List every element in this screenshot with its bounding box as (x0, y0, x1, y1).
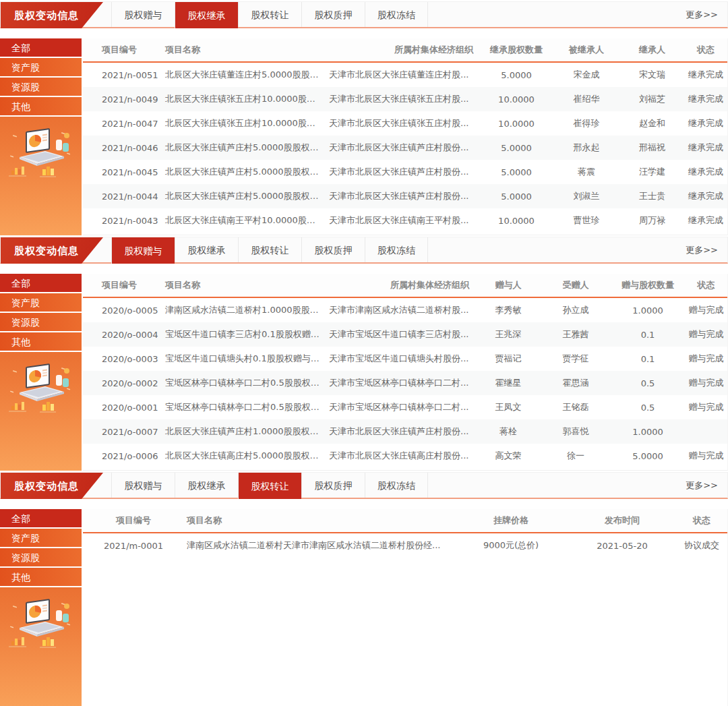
table-row[interactable]: 2021/n-0049北辰区大张庄镇张五庄村10.0000股股权继...天津市北… (83, 87, 727, 111)
column-header: 所属村集体经济组织 (326, 44, 480, 56)
sidebar-item-other[interactable]: 其他 (0, 568, 82, 587)
cell: 继承完成 (684, 214, 727, 227)
cell: 北辰区大张庄镇董连庄村5.0000股股权继... (162, 69, 326, 81)
cell: 2021/n-0049 (83, 94, 162, 105)
cell: 继承完成 (684, 117, 727, 129)
column-header: 赠与股权数量 (611, 279, 685, 291)
tab-equity-gift[interactable]: 股权赠与 (111, 2, 175, 27)
tab-equity-gift[interactable]: 股权赠与 (111, 473, 175, 498)
column-header: 所属村集体经济组织 (326, 279, 476, 291)
cell: 2021/n-0045 (83, 167, 162, 177)
cell: 5.0000 (611, 451, 685, 461)
sidebar-item-asset-shares[interactable]: 资产股 (0, 529, 82, 548)
tab-equity-transfer[interactable]: 股权转让 (238, 2, 301, 27)
more-link[interactable]: 更多>> (686, 244, 727, 256)
section-equity-inheritance: 股权变动信息 股权赠与股权继承股权转让股权质押股权冻结 更多>> 全部资产股资源… (0, 1, 728, 235)
table-row[interactable]: 2021/o-0006北辰区大张庄镇高庄村5.0000股股权赠与...天津市北辰… (83, 444, 727, 468)
sidebar-item-other[interactable]: 其他 (0, 332, 82, 352)
sidebar-item-resource-shares[interactable]: 资源股 (0, 78, 82, 97)
cell: 2020/o-0001 (83, 403, 162, 413)
cell: 0.1 (611, 354, 685, 364)
cell: 2021/o-0006 (83, 451, 162, 461)
table-row[interactable]: 2021/n-0045北辰区大张庄镇芦庄村5.0000股股权继承...天津市北辰… (83, 160, 727, 184)
column-header: 项目编号 (83, 44, 162, 56)
more-link[interactable]: 更多>> (686, 9, 727, 21)
sidebar-item-other[interactable]: 其他 (0, 97, 82, 117)
tab-bar: 股权变动信息 股权赠与股权继承股权转让股权质押股权冻结 更多>> (0, 472, 728, 499)
table-row[interactable]: 2020/o-0005津南区咸水沽镇二道桥村1.0000股股权赠...天津市津南… (83, 298, 727, 322)
tab-equity-pledge[interactable]: 股权质押 (301, 237, 365, 262)
cell: 宝坻区林亭口镇林亭口二村0.5股股权赠与... (162, 377, 326, 389)
sidebar-item-resource-shares[interactable]: 资源股 (0, 313, 82, 332)
cell: 邢福祝 (620, 142, 684, 154)
cell: 继承完成 (684, 93, 727, 105)
table-row[interactable]: 2021/n-0046北辰区大张庄镇芦庄村5.0000股股权继承...天津市北辰… (83, 136, 727, 160)
table-row[interactable]: 2021/n-0051北辰区大张庄镇董连庄村5.0000股股权继...天津市北辰… (83, 63, 727, 87)
table-body: 2021/m-0001津南区咸水沽镇二道桥村天津市津南区咸水沽镇二道桥村股份经.… (83, 533, 727, 558)
laptop-chart-illustration (7, 361, 75, 418)
tab-equity-inheritance[interactable]: 股权继承 (175, 2, 238, 28)
table-row[interactable]: 2021/n-0044北辰区大张庄镇芦庄村5.0000股股权继承...天津市北辰… (83, 184, 727, 208)
table-row[interactable]: 2021/n-0047北辰区大张庄镇张五庄村10.0000股股权继...天津市北… (83, 111, 727, 136)
section-ribbon: 股权变动信息 (1, 2, 103, 28)
table-row[interactable]: 2020/o-0003宝坻区牛道口镇塘头村0.1股股权赠与项目天津市宝坻区牛道口… (83, 347, 727, 371)
section-equity-gift: 股权变动信息 股权赠与股权继承股权转让股权质押股权冻结 更多>> 全部资产股资源… (0, 237, 728, 471)
section-title: 股权变动信息 (14, 245, 79, 257)
table-row[interactable]: 2020/o-0004宝坻区牛道口镇李三店村0.1股股权赠与项目天津市宝坻区牛道… (83, 322, 727, 347)
column-header: 继承股权数量 (480, 44, 553, 56)
cell: 5.0000 (480, 167, 553, 177)
cell: 2021/m-0001 (83, 541, 184, 551)
tab-equity-transfer[interactable]: 股权转让 (238, 237, 301, 262)
tab-equity-freeze[interactable]: 股权冻结 (365, 237, 428, 262)
cell: 天津市北辰区大张庄镇张五庄村股... (326, 93, 480, 105)
cell: 2021/n-0046 (83, 143, 162, 153)
cell: 宋金成 (553, 69, 620, 81)
tab-equity-freeze[interactable]: 股权冻结 (365, 2, 428, 27)
laptop-chart-illustration (7, 597, 75, 653)
tab-equity-inheritance[interactable]: 股权继承 (175, 473, 238, 498)
column-header: 状态 (676, 514, 727, 527)
cell: 王雅茜 (541, 328, 611, 341)
sidebar-item-asset-shares[interactable]: 资产股 (0, 58, 82, 78)
sidebar-item-resource-shares[interactable]: 资源股 (0, 548, 82, 568)
cell: 天津市北辰区大张庄镇芦庄村股份... (326, 425, 476, 438)
tab-equity-transfer[interactable]: 股权转让 (238, 473, 301, 499)
sidebar-item-all[interactable]: 全部 (0, 509, 82, 529)
sidebar-item-all[interactable]: 全部 (0, 274, 82, 293)
table-row[interactable]: 2021/o-0007北辰区大张庄镇芦庄村1.0000股股权赠与...天津市北辰… (83, 419, 727, 444)
tab-equity-freeze[interactable]: 股权冻结 (365, 473, 428, 498)
cell: 宝坻区林亭口镇林亭口二村0.5股股权赠与... (162, 401, 326, 413)
data-table: 项目编号项目名称所属村集体经济组织继承股权数量被继承人继承人状态 2021/n-… (83, 38, 728, 235)
cell: 天津市北辰区大张庄镇董连庄村股... (326, 69, 480, 81)
sidebar-item-asset-shares[interactable]: 资产股 (0, 293, 82, 313)
cell: 高文荣 (476, 450, 541, 462)
section-content: 全部资产股资源股其他 项目编号项目 (0, 274, 728, 471)
table-row[interactable]: 2021/n-0043北辰区大张庄镇南王平村10.0000股股权继...天津市北… (83, 208, 727, 233)
tab-equity-pledge[interactable]: 股权质押 (301, 473, 365, 498)
tab-equity-pledge[interactable]: 股权质押 (301, 2, 365, 27)
more-link[interactable]: 更多>> (686, 479, 727, 492)
cell: 天津市北辰区大张庄镇高庄村股份... (326, 450, 476, 462)
cell: 10.0000 (480, 94, 553, 105)
cell: 5.0000 (480, 192, 553, 202)
cell: 赠与完成 (685, 450, 727, 462)
cell: 周万禄 (620, 214, 684, 227)
tab-list: 股权赠与股权继承股权转让股权质押股权冻结 (111, 473, 428, 498)
cell: 10.0000 (480, 119, 553, 129)
table-row[interactable]: 2020/o-0001宝坻区林亭口镇林亭口二村0.5股股权赠与...天津市宝坻区… (83, 395, 727, 419)
table-row[interactable]: 2020/o-0002宝坻区林亭口镇林亭口二村0.5股股权赠与...天津市宝坻区… (83, 371, 727, 395)
tab-equity-inheritance[interactable]: 股权继承 (175, 237, 238, 262)
cell: 霍思涵 (541, 377, 611, 389)
equity-change-page: 股权变动信息 股权赠与股权继承股权转让股权质押股权冻结 更多>> 全部资产股资源… (0, 0, 728, 706)
cell: 天津市北辰区大张庄镇芦庄村股份... (326, 166, 480, 178)
cell: 0.1 (611, 330, 685, 340)
cell: 邢永起 (553, 142, 620, 154)
cell: 2020/o-0002 (83, 378, 162, 388)
cell: 2021/n-0043 (83, 216, 162, 226)
table-row[interactable]: 2021/m-0001津南区咸水沽镇二道桥村天津市津南区咸水沽镇二道桥村股份经.… (83, 533, 727, 558)
sidebar-item-all[interactable]: 全部 (0, 38, 82, 58)
cell: 王凤文 (476, 401, 541, 413)
table-header-row: 项目编号项目名称所属村集体经济组织继承股权数量被继承人继承人状态 (83, 38, 727, 63)
tab-equity-gift[interactable]: 股权赠与 (111, 237, 175, 264)
cell: 赵金和 (620, 117, 684, 129)
